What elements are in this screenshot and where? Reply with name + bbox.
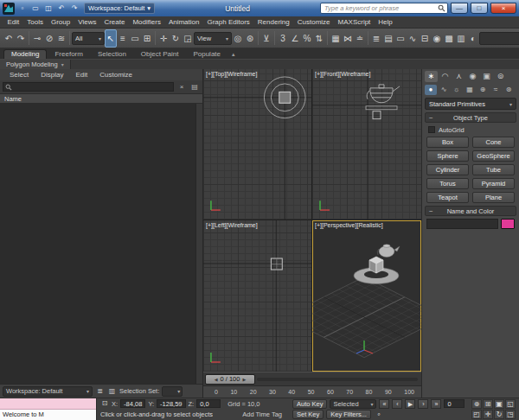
angle-snap-icon[interactable]: ∠ (289, 29, 301, 48)
menu-edit[interactable]: Edit (3, 18, 23, 26)
zoom-region-icon[interactable]: ◰ (471, 410, 482, 419)
mirror-icon[interactable]: ⋈ (342, 29, 354, 48)
undo-icon[interactable]: ↶ (3, 29, 15, 48)
spinner-snap-icon[interactable]: ⇅ (313, 29, 325, 48)
menu-animation[interactable]: Animation (164, 18, 203, 26)
orbit-icon[interactable]: ↻ (494, 410, 504, 419)
teapot-button[interactable]: Teapot (426, 192, 469, 203)
explorer-search-field[interactable] (3, 82, 174, 92)
tab-freeform[interactable]: Freeform (48, 50, 89, 59)
viewport-left[interactable]: [+][Left][Wireframe] (203, 220, 311, 372)
object-type-rollout[interactable]: − Object Type (425, 112, 516, 123)
open-file-icon[interactable]: ▭ (30, 3, 41, 15)
sphere-button[interactable]: Sphere (426, 150, 469, 162)
zoom-extents-all-icon[interactable]: ◱ (505, 399, 516, 409)
selection-lock-icon[interactable]: ⊡ (100, 399, 109, 408)
layer-manager-icon[interactable]: ▤ (382, 29, 394, 48)
time-slider-handle[interactable]: ◀ 0 / 100 ▶ (205, 374, 255, 385)
viewport-top-label[interactable]: [+][Top][Wireframe] (206, 71, 257, 77)
pan-icon[interactable]: ✛ (483, 410, 493, 419)
add-time-tag[interactable]: Add Time Tag (242, 410, 285, 418)
tube-button[interactable]: Tube (472, 164, 515, 175)
object-color-swatch[interactable] (501, 219, 515, 229)
motion-tab-icon[interactable]: ◉ (466, 71, 479, 82)
time-slider-track[interactable] (257, 378, 418, 381)
auto-key-button[interactable]: Auto Key (292, 399, 327, 409)
tab-populate[interactable]: Populate (186, 50, 227, 59)
workspace-selector[interactable]: Workspace: Default ▾ (84, 3, 155, 14)
create-tab-icon[interactable]: ∗ (425, 71, 438, 82)
menu-create[interactable]: Create (100, 18, 129, 26)
save-file-icon[interactable]: ◫ (43, 3, 54, 15)
menu-customize[interactable]: Customize (293, 18, 334, 26)
snap-toggle-3d-icon[interactable]: 3 (277, 29, 289, 48)
named-selection-dropdown[interactable]: ▾ (479, 32, 519, 45)
box-button[interactable]: Box (426, 137, 469, 148)
previous-frame-button[interactable]: ‹ (392, 399, 402, 409)
rendered-frame-window-icon[interactable]: ▥ (455, 29, 467, 48)
column-chooser-icon[interactable]: ▤ (189, 83, 200, 91)
macro-recorder-line[interactable] (0, 398, 96, 410)
track-bar[interactable]: 0 10 20 30 40 50 60 70 80 90 100 (203, 385, 421, 398)
box-topview[interactable] (279, 92, 291, 103)
select-and-link-icon[interactable]: ⊸ (31, 29, 43, 48)
teapot-frontview[interactable] (367, 85, 400, 103)
menu-help[interactable]: Help (375, 18, 396, 26)
select-object-icon[interactable]: ↖ (105, 29, 117, 48)
explorer-scrollbar[interactable] (195, 104, 202, 384)
render-setup-icon[interactable]: ▩ (443, 29, 455, 48)
app-logo-icon[interactable] (3, 3, 15, 15)
polygon-modeling-panel[interactable]: Polygon Modeling ▾ (0, 60, 71, 70)
explorer-menu-display[interactable]: Display (35, 71, 69, 79)
box-frontview[interactable] (373, 111, 381, 119)
utilities-tab-icon[interactable]: ⊚ (494, 71, 507, 82)
menu-views[interactable]: Views (74, 18, 100, 26)
viewport-perspective[interactable]: [+][Perspective][Realistic] (312, 220, 421, 372)
maximize-viewport-icon[interactable]: ◳ (505, 410, 516, 419)
modify-tab-icon[interactable]: ◠ (439, 71, 452, 82)
box-leftview[interactable] (271, 258, 282, 270)
spacewarps-category-icon[interactable]: ≈ (490, 85, 502, 95)
menu-maxscript[interactable]: MAXScript (334, 18, 375, 26)
tab-modeling[interactable]: Modeling (3, 49, 47, 59)
selected-dropdown[interactable]: Selected ▾ (330, 399, 376, 409)
go-to-end-button[interactable]: » (431, 399, 441, 409)
menu-group[interactable]: Group (47, 18, 74, 26)
plane-button[interactable]: Plane (472, 192, 515, 203)
select-and-rotate-icon[interactable]: ↻ (170, 29, 182, 48)
cylinder-button[interactable]: Cylinder (426, 164, 469, 175)
edit-named-sets-icon[interactable]: ▦ (330, 29, 342, 48)
primitives-dropdown[interactable]: Standard Primitives ▾ (425, 98, 516, 110)
material-editor-icon[interactable]: ◉ (431, 29, 443, 48)
box-object[interactable] (369, 257, 383, 273)
percent-snap-icon[interactable]: % (301, 29, 313, 48)
explorer-menu-select[interactable]: Select (3, 71, 35, 79)
redo-quick-icon[interactable]: ↷ (69, 3, 80, 15)
unlink-selection-icon[interactable]: ⊘ (43, 29, 55, 48)
current-frame-field[interactable]: 0 (444, 399, 465, 408)
time-slider[interactable]: ◀ 0 / 100 ▶ (203, 372, 421, 385)
schematic-view-icon[interactable]: ⊟ (419, 29, 431, 48)
previous-frame-icon[interactable]: ◀ (215, 377, 218, 382)
viewport-perspective-label[interactable]: [+][Perspective][Realistic] (315, 222, 383, 228)
torus-button[interactable]: Torus (426, 178, 469, 189)
ribbon-toggle-icon[interactable]: ▭ (394, 29, 407, 48)
next-frame-icon[interactable]: ▶ (242, 377, 246, 382)
menu-modifiers[interactable]: Modifiers (129, 18, 164, 26)
shapes-category-icon[interactable]: ∿ (438, 85, 450, 95)
y-coordinate-field[interactable]: -128,59 (157, 399, 185, 408)
explorer-list[interactable] (0, 104, 202, 384)
ribbon-minimize-icon[interactable]: ▴ (232, 51, 235, 59)
selection-filter-dropdown[interactable]: All ▾ (72, 32, 105, 45)
geometry-category-icon[interactable]: ● (425, 85, 437, 95)
object-name-input[interactable] (426, 219, 498, 229)
next-frame-button[interactable]: › (418, 399, 428, 409)
helpers-category-icon[interactable]: ⊕ (477, 85, 489, 95)
explorer-name-header[interactable]: Name (0, 93, 202, 104)
align-icon[interactable]: ≐ (354, 29, 366, 48)
explorer-menu-customize[interactable]: Customize (93, 71, 138, 79)
set-key-button[interactable]: Set Key (292, 410, 324, 419)
viewport-front-label[interactable]: [+][Front][Wireframe] (315, 71, 370, 77)
zoom-icon[interactable]: ⊕ (471, 399, 482, 409)
tab-object-paint[interactable]: Object Paint (134, 50, 186, 59)
